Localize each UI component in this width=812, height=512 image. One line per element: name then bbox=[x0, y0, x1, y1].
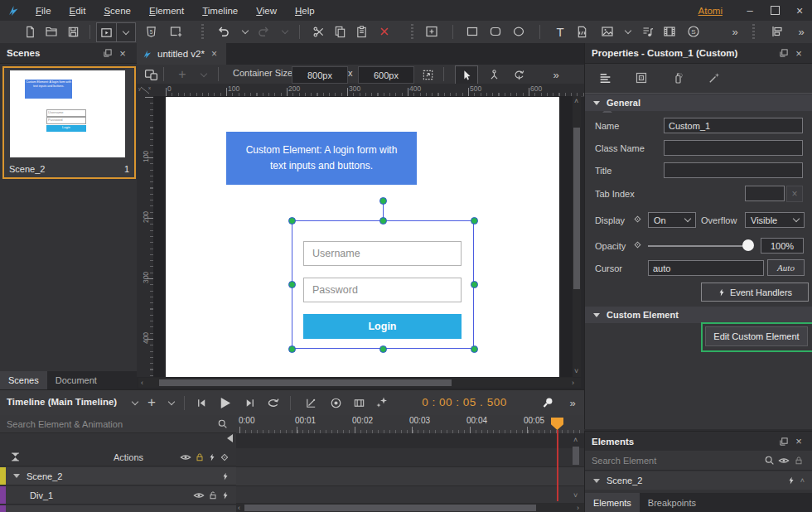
section-general[interactable]: General bbox=[585, 94, 812, 111]
html5-export-icon[interactable]: 5 bbox=[142, 22, 160, 41]
track-band-scene[interactable] bbox=[236, 467, 584, 486]
class-name-input[interactable] bbox=[664, 140, 803, 156]
username-input[interactable] bbox=[303, 241, 462, 266]
keyframe-diamond-icon[interactable] bbox=[220, 452, 230, 462]
timeline-select-dropdown-icon[interactable] bbox=[126, 394, 144, 412]
record-icon[interactable] bbox=[326, 394, 345, 412]
eye-icon[interactable] bbox=[180, 452, 191, 463]
tab-scenes[interactable]: Scenes bbox=[0, 371, 47, 389]
scroll-up-icon[interactable]: ˄ bbox=[573, 437, 578, 444]
search-icon[interactable] bbox=[215, 417, 230, 432]
copy-icon[interactable] bbox=[331, 22, 349, 41]
image-dropdown-icon[interactable] bbox=[621, 22, 635, 41]
play-icon[interactable] bbox=[215, 394, 234, 412]
lightning-icon[interactable] bbox=[221, 490, 230, 500]
video-tool-icon[interactable] bbox=[660, 22, 679, 41]
resize-handle-w[interactable] bbox=[288, 281, 296, 288]
timeline-menu-dropdown-icon[interactable] bbox=[162, 394, 181, 412]
close-panel-icon[interactable]: × bbox=[115, 46, 130, 60]
responsive-preview-icon[interactable] bbox=[142, 65, 160, 84]
scrollbar-thumb[interactable] bbox=[573, 447, 579, 465]
collapse-pane-icon[interactable] bbox=[227, 434, 233, 442]
timeline-row-div[interactable]: Div_1 bbox=[0, 486, 236, 505]
menu-timeline[interactable]: Timeline bbox=[193, 6, 247, 16]
clear-tab-index-button[interactable]: × bbox=[786, 186, 803, 202]
search-icon[interactable] bbox=[761, 453, 776, 468]
resize-handle-ne[interactable] bbox=[471, 217, 478, 225]
add-scene-icon[interactable]: + bbox=[173, 65, 191, 84]
image-tool-icon[interactable] bbox=[598, 22, 616, 41]
atomi-link[interactable]: Atomi bbox=[698, 6, 723, 16]
float-panel-icon[interactable] bbox=[100, 46, 115, 60]
rectangle-tool-icon[interactable] bbox=[463, 22, 481, 41]
menu-element[interactable]: Element bbox=[140, 6, 193, 16]
opacity-slider-track[interactable] bbox=[648, 245, 751, 247]
pin-playhead-icon[interactable] bbox=[539, 394, 557, 412]
go-to-start-icon[interactable] bbox=[192, 394, 210, 412]
expand-triangle-icon[interactable] bbox=[593, 479, 600, 483]
transform-origin-tool-icon[interactable] bbox=[485, 65, 503, 84]
scroll-down-icon[interactable]: ˅ bbox=[574, 368, 578, 375]
event-handlers-button[interactable]: Event Handlers bbox=[701, 283, 809, 302]
go-to-end-icon[interactable] bbox=[240, 394, 259, 412]
timeline-row-partial[interactable] bbox=[0, 505, 236, 512]
rotate-tool-icon[interactable] bbox=[510, 65, 528, 84]
tab-elements[interactable]: Elements bbox=[585, 493, 640, 512]
scroll-up-icon[interactable]: ˄ bbox=[800, 477, 805, 485]
scroll-right-icon[interactable]: › bbox=[577, 505, 579, 512]
lightning-icon[interactable] bbox=[787, 476, 795, 485]
maximize-button[interactable] bbox=[762, 0, 787, 21]
menu-scene[interactable]: Scene bbox=[94, 6, 140, 16]
export-scene-icon[interactable] bbox=[167, 22, 186, 41]
playhead-column-icon[interactable] bbox=[10, 452, 21, 462]
scene-thumbnail-card[interactable]: Custom Element: A login form with text i… bbox=[2, 66, 136, 179]
display-dropdown[interactable]: On bbox=[648, 212, 696, 228]
opacity-slider-knob[interactable] bbox=[742, 239, 754, 251]
preview-scene-icon[interactable] bbox=[97, 23, 116, 41]
fit-scene-icon[interactable] bbox=[418, 65, 437, 84]
toggle-lock-icon[interactable] bbox=[791, 453, 806, 468]
scene-canvas[interactable]: Custom Element: A login form with text i… bbox=[166, 97, 559, 377]
lightning-icon[interactable] bbox=[221, 471, 230, 481]
scrollbar-thumb[interactable] bbox=[244, 505, 536, 511]
app-logo-icon[interactable] bbox=[7, 4, 20, 17]
menu-file[interactable]: File bbox=[27, 6, 60, 16]
tab-index-input[interactable] bbox=[745, 186, 785, 201]
undo-icon[interactable] bbox=[215, 22, 233, 41]
keyframe-range-icon[interactable] bbox=[350, 394, 368, 412]
timeline-row-scene[interactable]: Scene_2 bbox=[0, 467, 236, 485]
insert-div-icon[interactable] bbox=[423, 22, 441, 41]
timeline-ruler[interactable]: 0:00 00:01 00:02 00:03 00:04 00:05 bbox=[236, 415, 584, 434]
undo-dropdown-icon[interactable] bbox=[239, 22, 252, 41]
tab-position-size-icon[interactable] bbox=[631, 68, 651, 88]
selection-tool-button[interactable] bbox=[455, 65, 478, 85]
toggle-visibility-icon[interactable] bbox=[776, 453, 791, 468]
text-tool-icon[interactable]: T bbox=[551, 22, 569, 41]
close-panel-icon[interactable]: × bbox=[791, 434, 806, 449]
tab-general-icon[interactable] bbox=[595, 68, 615, 88]
scroll-right-icon[interactable]: › bbox=[572, 379, 574, 387]
tab-effects-icon[interactable] bbox=[668, 68, 688, 88]
resize-handle-e[interactable] bbox=[471, 281, 478, 288]
name-input[interactable] bbox=[664, 118, 803, 133]
scroll-up-icon[interactable]: ˄ bbox=[574, 98, 578, 105]
delete-icon[interactable] bbox=[375, 22, 394, 41]
save-icon[interactable] bbox=[64, 22, 82, 41]
preview-dropdown-chevron-icon[interactable] bbox=[116, 23, 136, 41]
opacity-keyframe-icon[interactable] bbox=[632, 239, 642, 249]
section-custom-element[interactable]: Custom Element bbox=[585, 307, 812, 323]
container-height-input[interactable] bbox=[358, 66, 414, 84]
add-animation-icon[interactable] bbox=[373, 394, 391, 412]
symbol-tool-icon[interactable]: S bbox=[684, 22, 703, 41]
align-tool-icon[interactable] bbox=[768, 22, 786, 41]
redo-icon[interactable] bbox=[254, 22, 273, 41]
timeline-search-bar[interactable]: Search Element & Animation bbox=[0, 415, 236, 433]
minimize-button[interactable]: – bbox=[737, 0, 762, 21]
add-timeline-icon[interactable]: + bbox=[143, 394, 161, 412]
lock-open-icon[interactable] bbox=[208, 490, 218, 500]
track-band-actions[interactable] bbox=[236, 448, 584, 467]
paste-icon[interactable] bbox=[352, 22, 370, 41]
rotation-handle[interactable] bbox=[379, 197, 387, 205]
container-width-input[interactable] bbox=[292, 66, 348, 84]
resize-handle-nw[interactable] bbox=[288, 217, 296, 225]
